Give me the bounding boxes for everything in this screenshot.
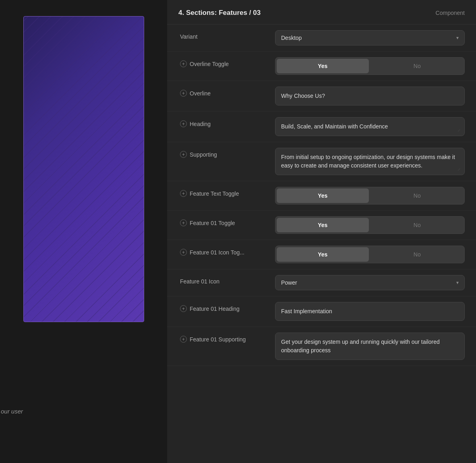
properties-panel: 4. Sections: Features / 03 Component Var… [167, 0, 476, 463]
preview-card [23, 16, 144, 322]
supporting-plus-icon[interactable]: + [180, 151, 187, 158]
feature-text-toggle-yes[interactable]: Yes [277, 188, 369, 203]
overline-input[interactable]: Why Choose Us? [275, 87, 465, 105]
overline-value: Why Choose Us? [281, 93, 325, 99]
feature-01-icon-chevron-icon: ▾ [456, 280, 459, 285]
chevron-down-icon: ▾ [456, 35, 459, 41]
feature-text-toggle-plus-icon[interactable]: + [180, 190, 187, 197]
feature-01-icon-toggle-label-text: Feature 01 Icon Tog... [190, 249, 244, 256]
feature-01-icon-toggle-control: Yes No [275, 246, 465, 263]
supporting-label-text: Supporting [190, 151, 217, 158]
feature-01-icon-toggle-yes[interactable]: Yes [277, 247, 369, 262]
panel-header: 4. Sections: Features / 03 Component [167, 0, 476, 25]
variant-select[interactable]: Desktop ▾ [275, 30, 465, 45]
supporting-row: + Supporting From initial setup to ongoi… [167, 142, 476, 181]
feature-text-toggle-row: + Feature Text Toggle Yes No [167, 181, 476, 211]
feature-01-icon-row: Feature 01 Icon Power ▾ [167, 269, 476, 296]
feature-text-toggle-no[interactable]: No [371, 188, 464, 203]
overline-toggle-label: + Overline Toggle [178, 57, 275, 67]
feature-01-supporting-value: Get your design system up and running qu… [281, 339, 440, 353]
feature-01-supporting-label-text: Feature 01 Supporting [190, 336, 246, 343]
feature-01-supporting-input[interactable]: Get your design system up and running qu… [275, 333, 465, 360]
overline-toggle-no[interactable]: No [371, 59, 464, 73]
feature-01-toggle-yes[interactable]: Yes [277, 218, 369, 232]
overline-toggle-buttons: Yes No [275, 57, 465, 75]
feature-01-heading-label: + Feature 01 Heading [178, 302, 275, 312]
feature-01-icon-label-text: Feature 01 Icon [180, 278, 219, 285]
feature-01-icon-toggle-buttons: Yes No [275, 246, 465, 263]
supporting-label: + Supporting [178, 148, 275, 158]
feature-01-toggle-label-text: Feature 01 Toggle [190, 220, 235, 226]
feature-01-toggle-control: Yes No [275, 216, 465, 234]
feature-01-toggle-no[interactable]: No [371, 218, 464, 232]
feature-01-heading-control[interactable]: Fast Implementation [275, 302, 465, 321]
variant-control[interactable]: Desktop ▾ [275, 30, 465, 45]
heading-value: Build, Scale, and Maintain with Confiden… [281, 123, 388, 130]
feature-01-icon-control[interactable]: Power ▾ [275, 275, 465, 290]
feature-01-supporting-label: + Feature 01 Supporting [178, 333, 275, 343]
heading-plus-icon[interactable]: + [180, 120, 187, 127]
feature-01-supporting-control[interactable]: Get your design system up and running qu… [275, 333, 465, 360]
overline-toggle-plus-icon[interactable]: + [180, 60, 187, 67]
variant-label-text: Variant [180, 33, 197, 40]
feature-01-icon-value: Power [281, 279, 297, 286]
overline-plus-icon[interactable]: + [180, 90, 187, 97]
heading-label-text: Heading [190, 121, 211, 127]
feature-01-heading-label-text: Feature 01 Heading [190, 306, 240, 312]
resize-icon: ⟋ [457, 127, 461, 133]
supporting-control[interactable]: From initial setup to ongoing optimizati… [275, 148, 465, 175]
feature-01-icon-label: Feature 01 Icon [178, 275, 275, 285]
variant-label: Variant [178, 30, 275, 40]
feature-text-toggle-buttons: Yes No [275, 187, 465, 205]
overline-row: + Overline Why Choose Us? [167, 81, 476, 112]
feature-01-toggle-row: + Feature 01 Toggle Yes No [167, 211, 476, 240]
feature-text-toggle-label: + Feature Text Toggle [178, 187, 275, 197]
heading-label: + Heading [178, 117, 275, 127]
feature-01-toggle-label: + Feature 01 Toggle [178, 216, 275, 226]
feature-01-icon-toggle-no[interactable]: No [371, 247, 464, 262]
component-badge: Component [436, 10, 465, 16]
feature-01-toggle-plus-icon[interactable]: + [180, 219, 187, 226]
feature-01-icon-toggle-label: + Feature 01 Icon Tog... [178, 246, 275, 256]
preview-panel: our user [0, 0, 167, 463]
feature-01-heading-input[interactable]: Fast Implementation [275, 302, 465, 321]
feature-01-icon-toggle-plus-icon[interactable]: + [180, 249, 187, 256]
feature-01-heading-row: + Feature 01 Heading Fast Implementation [167, 296, 476, 327]
overline-toggle-label-text: Overline Toggle [190, 61, 229, 67]
overline-label: + Overline [178, 87, 275, 97]
feature-01-heading-value: Fast Implementation [281, 308, 332, 314]
feature-01-supporting-plus-icon[interactable]: + [180, 336, 187, 343]
supporting-input[interactable]: From initial setup to ongoing optimizati… [275, 148, 465, 175]
feature-text-toggle-control: Yes No [275, 187, 465, 205]
feature-01-toggle-buttons: Yes No [275, 216, 465, 234]
overline-toggle-yes[interactable]: Yes [277, 59, 369, 73]
feature-text-toggle-label-text: Feature Text Toggle [190, 190, 239, 197]
heading-input[interactable]: Build, Scale, and Maintain with Confiden… [275, 117, 465, 136]
variant-row: Variant Desktop ▾ [167, 25, 476, 52]
heading-row: + Heading Build, Scale, and Maintain wit… [167, 112, 476, 142]
feature-01-supporting-row: + Feature 01 Supporting Get your design … [167, 327, 476, 366]
feature-01-heading-plus-icon[interactable]: + [180, 305, 187, 312]
supporting-resize-icon: ⟋ [457, 166, 461, 172]
overline-toggle-control: Yes No [275, 57, 465, 75]
panel-title: 4. Sections: Features / 03 [178, 9, 261, 17]
overline-control[interactable]: Why Choose Us? [275, 87, 465, 105]
heading-control[interactable]: Build, Scale, and Maintain with Confiden… [275, 117, 465, 136]
variant-value: Desktop [281, 35, 302, 41]
supporting-value: From initial setup to ongoing optimizati… [281, 154, 455, 169]
preview-bottom-text: our user [0, 408, 23, 415]
overline-label-text: Overline [190, 90, 211, 97]
feature-01-icon-select[interactable]: Power ▾ [275, 275, 465, 290]
feature-01-icon-toggle-row: + Feature 01 Icon Tog... Yes No [167, 240, 476, 269]
overline-toggle-row: + Overline Toggle Yes No [167, 52, 476, 81]
